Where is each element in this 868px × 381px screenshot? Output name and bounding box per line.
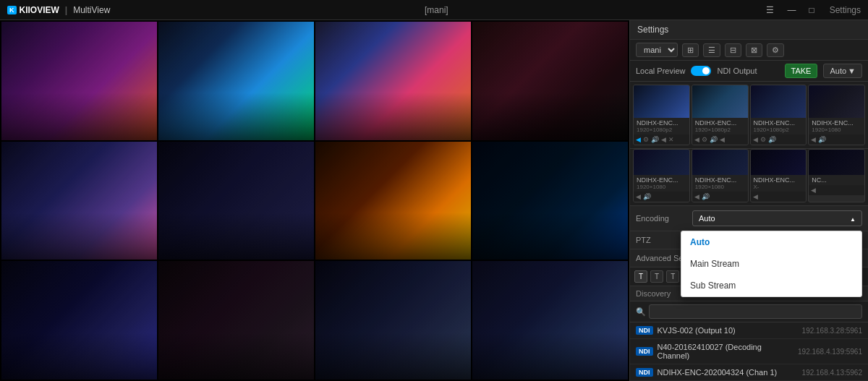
video-cell-3[interactable] [315, 22, 471, 140]
channel-name-7: NDIHX-ENC... [754, 176, 804, 184]
channel-card-4[interactable]: NDIHX-ENC... 1920×1080 ◀ 🔊 [808, 85, 865, 145]
channel-card-7[interactable]: NDIHX-ENC... X- ◀ [750, 149, 807, 202]
text-style-2-button[interactable]: T [650, 270, 663, 283]
ch1-close-icon[interactable]: ✕ [668, 136, 674, 143]
video-cell-8[interactable] [472, 142, 628, 260]
main-content: Settings mani ⊞ ☰ ⊟ ⊠ ⚙ Local Preview ND… [0, 20, 868, 381]
device-3-badge: NDI [636, 368, 653, 377]
encoding-label: Encoding [636, 214, 686, 223]
ch7-play-icon[interactable]: ◀ [753, 193, 758, 200]
device-3-ip: 192.168.4.13:5962 [802, 369, 862, 377]
channel-name-8: NC... [812, 176, 861, 184]
encoding-select[interactable]: Auto [692, 210, 862, 226]
video-cell-2[interactable] [158, 22, 314, 140]
device-2-badge: NDI [636, 347, 653, 356]
channel-res-5: 1920×1080 [637, 184, 686, 190]
channel-card-2[interactable]: NDIHX-ENC... 1920×1080p2 ◀ ⚙ 🔊 ◀ [692, 85, 749, 145]
channel-card-1[interactable]: NDIHX-ENC... 1920×1080p2 ◀ ⚙ 🔊 ◀ ✕ [633, 85, 690, 145]
maximize-button[interactable]: □ [805, 4, 817, 17]
settings-title: Settings [637, 25, 668, 35]
search-icon: 🔍 [636, 307, 646, 317]
settings-gear-button[interactable]: ⚙ [767, 43, 784, 57]
ch6-play-icon[interactable]: ◀ [694, 193, 699, 200]
video-cell-10[interactable] [158, 261, 314, 380]
ch1-mute-icon[interactable]: 🔊 [651, 136, 659, 143]
auto-button[interactable]: Auto ▼ [823, 64, 862, 78]
ptz-label: PTZ [636, 236, 686, 244]
ch1-settings-icon[interactable]: ⚙ [643, 136, 649, 143]
channel-controls-6: ◀ 🔊 [692, 192, 748, 202]
video-cell-12[interactable] [472, 261, 628, 380]
logo-separator: | [65, 5, 67, 15]
ch1-skip-icon[interactable]: ◀ [661, 136, 666, 143]
device-3-name: NDIHX-ENC-202004324 (Chan 1) [658, 368, 798, 377]
video-cell-5[interactable] [1, 142, 157, 260]
ch2-play-icon[interactable]: ◀ [694, 136, 699, 143]
minimize-button[interactable]: — [783, 4, 799, 17]
brand-icon: K [7, 6, 17, 14]
video-cell-11[interactable] [315, 261, 471, 380]
channel-grid-row1: NDIHX-ENC... 1920×1080p2 ◀ ⚙ 🔊 ◀ ✕ NDIHX… [630, 82, 868, 149]
channel-controls-4: ◀ 🔊 [809, 134, 864, 145]
dropdown-option-main-stream[interactable]: Main Stream [681, 253, 861, 275]
channel-card-8[interactable]: NC... ◀ [808, 149, 865, 202]
dropdown-option-sub-stream[interactable]: Sub Stream [681, 275, 861, 296]
device-item-1[interactable]: NDI KVJS-002 (Output 10) 192.168.3.28:59… [630, 322, 868, 339]
video-cell-7[interactable] [315, 142, 471, 260]
channel-res-1: 1920×1080p2 [637, 127, 686, 133]
device-1-badge: NDI [636, 326, 653, 335]
channel-controls-2: ◀ ⚙ 🔊 ◀ [692, 134, 748, 145]
dropdown-option-auto[interactable]: Auto [681, 231, 861, 253]
auto-label: Auto [830, 67, 846, 75]
video-cell-4[interactable] [472, 22, 628, 140]
ch1-play-icon[interactable]: ◀ [636, 136, 641, 143]
channel-name-3: NDIHX-ENC... [754, 119, 804, 127]
video-grid [0, 20, 629, 381]
text-style-1-button[interactable]: T [634, 270, 647, 283]
ch6-mute-icon[interactable]: 🔊 [702, 193, 710, 200]
ch3-settings-icon[interactable]: ⚙ [760, 136, 766, 143]
ch2-settings-icon[interactable]: ⚙ [702, 136, 707, 143]
layout-tile-button[interactable]: ⊟ [725, 43, 741, 57]
layout-custom-button[interactable]: ⊠ [746, 43, 762, 57]
channel-controls-8: ◀ [809, 185, 864, 195]
ch4-play-icon[interactable]: ◀ [811, 136, 816, 143]
channel-controls-7: ◀ [751, 192, 807, 202]
ch5-play-icon[interactable]: ◀ [636, 193, 641, 200]
settings-panel: Settings mani ⊞ ☰ ⊟ ⊠ ⚙ Local Preview ND… [629, 20, 868, 381]
layout-list-button[interactable]: ☰ [703, 43, 720, 57]
video-cell-6[interactable] [158, 142, 314, 260]
settings-toolbar: mani ⊞ ☰ ⊟ ⊠ ⚙ [630, 40, 868, 61]
channel-card-6[interactable]: NDIHX-ENC... 1920×1080 ◀ 🔊 [692, 149, 749, 202]
encoding-dropdown: Auto Main Stream Sub Stream [681, 231, 862, 297]
video-cell-9[interactable] [1, 261, 157, 380]
text-style-3-button[interactable]: T [666, 270, 679, 283]
device-list: NDI KVJS-002 (Output 10) 192.168.3.28:59… [630, 322, 868, 381]
channel-card-5[interactable]: NDIHX-ENC... 1920×1080 ◀ 🔊 [633, 149, 690, 202]
device-item-2[interactable]: NDI N40-20162410027 (Decoding Channel) 1… [630, 339, 868, 364]
layout-grid-button[interactable]: ⊞ [682, 43, 699, 57]
profile-select[interactable]: mani [636, 43, 678, 57]
channel-card-3[interactable]: NDIHX-ENC... 1920×1080p2 ◀ ⚙ 🔊 [750, 85, 807, 145]
discovery-section: Discovery 🔍 NDI KVJS-002 (Output 10) 192… [630, 286, 868, 381]
ch3-play-icon[interactable]: ◀ [753, 136, 758, 143]
ch5-mute-icon[interactable]: 🔊 [643, 193, 651, 200]
channel-controls-5: ◀ 🔊 [634, 192, 689, 202]
search-input[interactable] [649, 304, 862, 319]
take-button[interactable]: TAKE [785, 64, 818, 78]
device-item-3[interactable]: NDI NDIHX-ENC-202004324 (Chan 1) 192.168… [630, 364, 868, 381]
ch2-mute-icon[interactable]: 🔊 [710, 136, 718, 143]
video-cell-1[interactable] [1, 22, 157, 140]
discovery-label: Discovery [636, 289, 671, 298]
channel-name-4: NDIHX-ENC... [812, 119, 861, 127]
channel-grid-row2: NDIHX-ENC... 1920×1080 ◀ 🔊 NDIHX-ENC... … [630, 149, 868, 206]
device-1-ip: 192.168.3.28:5961 [802, 327, 862, 335]
ch8-play-icon[interactable]: ◀ [811, 187, 816, 194]
ch4-mute-icon[interactable]: 🔊 [818, 136, 826, 143]
ch3-mute-icon[interactable]: 🔊 [768, 136, 776, 143]
menu-button[interactable]: ☰ [762, 4, 778, 17]
encoding-value: Auto [699, 214, 715, 223]
ch2-skip-icon[interactable]: ◀ [720, 136, 725, 143]
channel-name-1: NDIHX-ENC... [637, 119, 686, 127]
local-preview-toggle[interactable] [691, 66, 711, 76]
